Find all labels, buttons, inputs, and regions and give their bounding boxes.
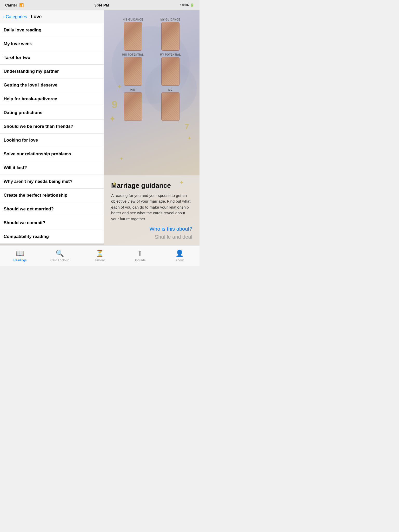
tab-card-lookup[interactable]: 🔍Card Look-up	[40, 249, 80, 262]
tab-history[interactable]: ⏳History	[80, 249, 120, 262]
his-guidance-label: HIS GUIDANCE	[123, 18, 143, 21]
list-item-2[interactable]: My love week	[0, 37, 104, 51]
card-lookup-label: Card Look-up	[50, 258, 69, 262]
nav-back-button[interactable]: ‹ Categories	[3, 14, 27, 19]
list-item-8[interactable]: Should we be more than friends?	[0, 120, 104, 134]
list-item-10[interactable]: Solve our relationship problems	[0, 147, 104, 161]
card-area: HIS GUIDANCE MY GUIDANCE HIS POTENTIAL M…	[104, 10, 200, 175]
list-item-11[interactable]: Will it last?	[0, 161, 104, 175]
him-label: HIM	[130, 88, 136, 91]
main-area: ‹ Categories Love Daily love readingMy l…	[0, 10, 200, 245]
his-guidance-column: HIS GUIDANCE	[117, 18, 149, 51]
list-item-13[interactable]: Create the perfect relationship	[0, 189, 104, 202]
history-label: History	[95, 258, 104, 262]
me-label: ME	[168, 88, 172, 91]
list-item-3[interactable]: Tarot for two	[0, 51, 104, 65]
list-item-7[interactable]: Dating predictions	[0, 106, 104, 120]
me-card[interactable]	[161, 92, 179, 121]
list-item-5[interactable]: Getting the love I deserve	[0, 78, 104, 92]
readings-label: Readings	[13, 258, 26, 262]
list-item-1[interactable]: Daily love reading	[0, 23, 104, 37]
list-item-4[interactable]: Understanding my partner	[0, 65, 104, 78]
nav-back-label: Categories	[6, 14, 27, 19]
card-lookup-icon: 🔍	[56, 249, 64, 257]
tab-upgrade[interactable]: ⬆Upgrade	[120, 249, 160, 262]
who-is-this-button[interactable]: Who is this about?	[111, 226, 192, 232]
my-potential-column: MY POTENTIAL	[154, 53, 187, 86]
status-right: 100% 🔋	[180, 3, 194, 7]
left-panel: ‹ Categories Love Daily love readingMy l…	[0, 10, 104, 245]
battery-icon: 🔋	[190, 3, 194, 7]
upgrade-label: Upgrade	[134, 258, 146, 262]
battery-label: 100%	[180, 3, 189, 7]
his-potential-card[interactable]	[124, 57, 142, 86]
status-left: Carrier 📶	[5, 3, 24, 7]
his-guidance-card[interactable]	[124, 22, 142, 51]
readings-icon: 📖	[16, 249, 24, 257]
info-description: A reading for you and your spouse to get…	[111, 193, 192, 222]
my-potential-label: MY POTENTIAL	[160, 53, 181, 56]
him-card[interactable]	[124, 92, 142, 121]
my-guidance-column: MY GUIDANCE	[154, 18, 187, 51]
about-icon: 👤	[175, 249, 184, 257]
upgrade-icon: ⬆	[137, 249, 143, 257]
info-title: Marriage guidance	[111, 182, 192, 190]
list-item-16[interactable]: Compatibility reading	[0, 230, 104, 244]
tab-about[interactable]: 👤About	[159, 249, 200, 262]
list-item-6[interactable]: Help for break-up/divorce	[0, 92, 104, 106]
nav-header: ‹ Categories Love	[0, 10, 104, 23]
my-guidance-card[interactable]	[161, 22, 179, 51]
him-column: HIM	[117, 88, 149, 121]
carrier-label: Carrier	[5, 3, 17, 7]
tab-readings[interactable]: 📖Readings	[0, 249, 40, 262]
list-item-15[interactable]: Should we commit?	[0, 216, 104, 230]
my-guidance-label: MY GUIDANCE	[161, 18, 180, 21]
tab-bar: 📖Readings🔍Card Look-up⏳History⬆Upgrade👤A…	[0, 245, 200, 266]
his-potential-label: HIS POTENTIAL	[122, 53, 144, 56]
wifi-icon: 📶	[19, 3, 24, 7]
shuffle-and-deal-button[interactable]: Shuffle and deal	[111, 234, 192, 240]
right-panel: ✦ ✦ ✦ ✦ ✦ 9 7 HIS GUIDANCE MY GUIDANCE H…	[104, 10, 200, 245]
info-panel: Marriage guidance A reading for you and …	[104, 175, 200, 245]
status-time: 3:44 PM	[94, 3, 109, 7]
status-bar: Carrier 📶 3:44 PM 100% 🔋	[0, 0, 200, 10]
card-grid: HIS GUIDANCE MY GUIDANCE HIS POTENTIAL M…	[109, 16, 194, 123]
list-item-9[interactable]: Looking for love	[0, 134, 104, 147]
list-item-14[interactable]: Should we get married?	[0, 202, 104, 216]
his-potential-column: HIS POTENTIAL	[117, 53, 149, 86]
me-column: ME	[154, 88, 187, 121]
list-item-17[interactable]: Marriage guidance	[0, 244, 104, 245]
back-chevron-icon: ‹	[3, 14, 5, 19]
my-potential-card[interactable]	[161, 57, 179, 86]
about-label: About	[175, 258, 183, 262]
reading-list: Daily love readingMy love weekTarot for …	[0, 23, 104, 245]
list-item-12[interactable]: Why aren't my needs being met?	[0, 175, 104, 189]
history-icon: ⏳	[96, 249, 104, 257]
nav-title: Love	[31, 14, 42, 19]
